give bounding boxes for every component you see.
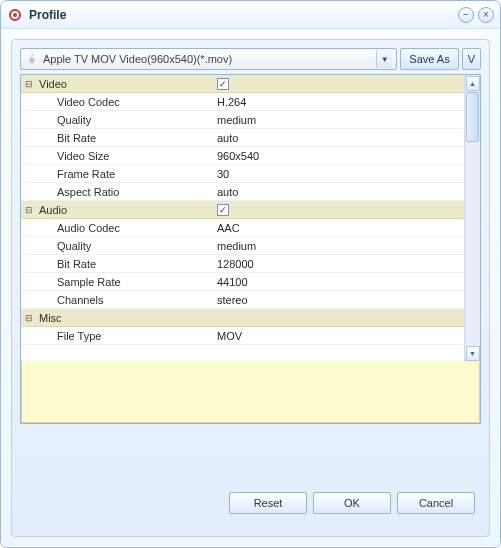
ok-button[interactable]: OK <box>313 492 391 514</box>
section-audio[interactable]: ⊟ Audio ✓ <box>21 201 464 219</box>
cancel-button[interactable]: Cancel <box>397 492 475 514</box>
toolbar: Apple TV MOV Video(960x540)(*.mov) ▼ Sav… <box>20 48 481 70</box>
row-video-aspect[interactable]: Aspect Ratioauto <box>21 183 464 201</box>
section-label: Audio <box>37 204 217 216</box>
row-video-fps[interactable]: Frame Rate30 <box>21 165 464 183</box>
footer-buttons: Reset OK Cancel <box>20 488 481 528</box>
profile-window: Profile − × Apple TV MOV Video(960x540)(… <box>0 0 501 548</box>
row-video-size[interactable]: Video Size960x540 <box>21 147 464 165</box>
titlebar: Profile − × <box>1 1 500 29</box>
app-icon <box>7 7 23 23</box>
vertical-scrollbar[interactable]: ▲ ▼ <box>464 75 480 362</box>
row-audio-channels[interactable]: Channelsstereo <box>21 291 464 309</box>
reset-button[interactable]: Reset <box>229 492 307 514</box>
section-video[interactable]: ⊟ Video ✓ <box>21 75 464 93</box>
scroll-up-icon[interactable]: ▲ <box>466 76 480 91</box>
row-video-bitrate[interactable]: Bit Rateauto <box>21 129 464 147</box>
row-audio-sample[interactable]: Sample Rate44100 <box>21 273 464 291</box>
v-button[interactable]: V <box>462 48 481 70</box>
titlebar-buttons: − × <box>458 7 494 23</box>
collapse-icon[interactable]: ⊟ <box>21 205 37 215</box>
section-label: Misc <box>37 312 217 324</box>
row-video-quality[interactable]: Qualitymedium <box>21 111 464 129</box>
video-checkbox[interactable]: ✓ <box>217 78 229 90</box>
section-label: Video <box>37 78 217 90</box>
save-as-button[interactable]: Save As <box>400 48 458 70</box>
grid-body: ⊟ Video ✓ Video CodecH.264 Qualitymedium… <box>21 75 464 362</box>
minimize-button[interactable]: − <box>458 7 474 23</box>
row-video-codec[interactable]: Video CodecH.264 <box>21 93 464 111</box>
row-audio-bitrate[interactable]: Bit Rate128000 <box>21 255 464 273</box>
close-button[interactable]: × <box>478 7 494 23</box>
description-panel <box>21 361 480 423</box>
window-title: Profile <box>29 8 458 22</box>
row-audio-codec[interactable]: Audio CodecAAC <box>21 219 464 237</box>
row-misc-filetype[interactable]: File TypeMOV <box>21 327 464 345</box>
scroll-down-icon[interactable]: ▼ <box>466 346 480 361</box>
chevron-down-icon[interactable]: ▼ <box>376 50 392 68</box>
apple-icon <box>25 52 39 66</box>
svg-point-1 <box>13 13 17 17</box>
property-grid: ⊟ Video ✓ Video CodecH.264 Qualitymedium… <box>20 74 481 424</box>
audio-checkbox[interactable]: ✓ <box>217 204 229 216</box>
scroll-track[interactable] <box>465 92 480 345</box>
section-value: ✓ <box>217 203 464 216</box>
content-panel: Apple TV MOV Video(960x540)(*.mov) ▼ Sav… <box>11 39 490 537</box>
collapse-icon[interactable]: ⊟ <box>21 313 37 323</box>
preset-label: Apple TV MOV Video(960x540)(*.mov) <box>43 53 376 65</box>
scroll-thumb[interactable] <box>466 92 479 142</box>
row-audio-quality[interactable]: Qualitymedium <box>21 237 464 255</box>
collapse-icon[interactable]: ⊟ <box>21 79 37 89</box>
preset-combobox[interactable]: Apple TV MOV Video(960x540)(*.mov) ▼ <box>20 48 397 70</box>
section-value: ✓ <box>217 77 464 90</box>
section-misc[interactable]: ⊟ Misc <box>21 309 464 327</box>
